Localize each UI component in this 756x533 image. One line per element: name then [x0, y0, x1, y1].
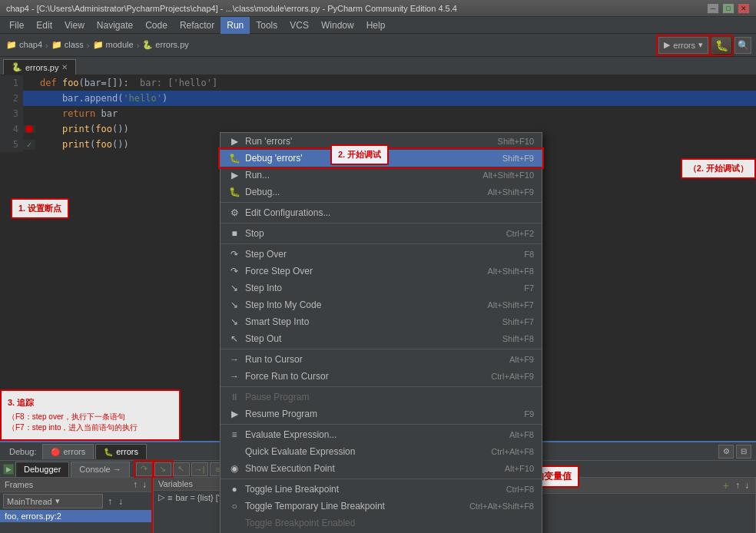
line-num-1: 1	[0, 75, 23, 91]
watches-add-btn[interactable]: +	[720, 479, 732, 492]
titlebar: chap4 - [C:\Users\Administrator\PycharmP…	[0, 0, 756, 17]
thread-selector[interactable]: MainThread ▾	[3, 494, 103, 508]
menu-navigate[interactable]: Navigate	[91, 17, 139, 34]
menu-run[interactable]: Run	[220, 17, 250, 34]
step-into-btn[interactable]: ↘	[154, 462, 171, 476]
watches-up-btn[interactable]: ↑	[734, 480, 741, 491]
toggle-bp-icon: ●	[228, 483, 240, 495]
debugger-tab[interactable]: Debugger	[15, 462, 69, 477]
menu-vcs[interactable]: VCS	[284, 17, 315, 34]
dropdown-arrow-icon: ▾	[698, 40, 703, 50]
run-menu-run-to-cursor[interactable]: → Run to Cursor Alt+F9	[220, 351, 542, 368]
resume-debug-btn[interactable]: ▶	[3, 464, 14, 475]
watches-down-btn[interactable]: ↓	[743, 480, 751, 491]
menu-sep-5	[220, 386, 542, 387]
line-num-2: 2	[0, 91, 23, 106]
step-out-btn[interactable]: ↖	[173, 462, 190, 476]
run-menu-stop[interactable]: ■ Stop Ctrl+F2	[220, 225, 542, 242]
run-menu-smart-step-into[interactable]: ↘ Smart Step Into Shift+F7	[220, 313, 542, 330]
breakpoint-indicator-4[interactable]	[25, 125, 33, 133]
frame-row-foo[interactable]: foo, errors.py:2	[0, 510, 153, 522]
run-cursor-btn[interactable]: →|	[191, 462, 208, 476]
run-menu-force-run-cursor[interactable]: → Force Run to Cursor Ctrl+Alt+F9	[220, 368, 542, 385]
file-tab-close[interactable]: ✕	[61, 63, 68, 71]
line-num-3: 3	[0, 106, 23, 121]
debug-tab-errors1[interactable]: 🔴 errors	[42, 444, 94, 459]
breadcrumb-chap4[interactable]: 📁 chap4	[5, 40, 44, 50]
run-menu-evaluate[interactable]: ≡ Evaluate Expression... Alt+F8	[220, 426, 542, 443]
debug-tab-errors2[interactable]: 🐛 errors	[95, 444, 147, 459]
code-line-3: 3 return bar	[0, 106, 756, 121]
frames-down-btn[interactable]: ↓	[141, 479, 148, 490]
layout-debug-button[interactable]: ⊟	[736, 445, 751, 459]
breadcrumb-class[interactable]: 📁 class	[50, 40, 85, 50]
menu-view[interactable]: View	[58, 17, 91, 34]
run-menu-pause: ⏸ Pause Program	[220, 389, 542, 406]
menu-file[interactable]: File	[3, 17, 30, 34]
step-over-btn[interactable]: ↷	[136, 462, 153, 476]
main-area: 1 def foo(bar=[]): bar: ['hello'] 2 bar.…	[0, 75, 756, 441]
minimize-button[interactable]: ─	[707, 3, 719, 14]
run-menu-step-out[interactable]: ↖ Step Out Shift+F8	[220, 330, 542, 347]
debug-errors-icon: 🐛	[228, 152, 240, 164]
file-tab-name: errors.py	[25, 63, 58, 72]
run-icon: ▶	[228, 169, 240, 181]
run-config-dropdown[interactable]: ▶ errors ▾	[658, 37, 708, 54]
menu-refactor[interactable]: Refactor	[174, 17, 220, 34]
run-menu-debug[interactable]: 🐛 Debug... Alt+Shift+F9	[220, 184, 542, 200]
run-menu-toggle-bp[interactable]: ● Toggle Line Breakpoint Ctrl+F8	[220, 481, 542, 498]
config-name: errors	[673, 41, 695, 50]
run-menu: ▶ Run 'errors' Shift+F10 🐛 Debug 'errors…	[220, 132, 542, 533]
quick-eval-icon	[228, 445, 240, 458]
maximize-button[interactable]: □	[722, 3, 734, 14]
run-menu-show-execution[interactable]: ◉ Show Execution Point Alt+F10	[220, 460, 542, 477]
menu-window[interactable]: Window	[315, 17, 360, 34]
settings-debug-button[interactable]: ⚙	[718, 445, 734, 459]
file-tab-errors[interactable]: 🐍 errors.py ✕	[3, 59, 76, 74]
run-menu-step-into[interactable]: ↘ Step Into F7	[220, 280, 542, 296]
run-debug-button[interactable]: 🐛	[711, 37, 731, 54]
menu-tools[interactable]: Tools	[250, 17, 284, 34]
run-menu-edit-configs[interactable]: ⚙ Edit Configurations...	[220, 204, 542, 221]
titlebar-controls: ─ □ ✕	[707, 3, 750, 14]
step-into-code-icon: ↘	[228, 299, 240, 311]
menu-sep-2	[220, 223, 542, 223]
gutter-5: ✓	[23, 140, 35, 150]
run-menu-run[interactable]: ▶ Run... Alt+Shift+F10	[220, 167, 542, 184]
menu-edit[interactable]: Edit	[30, 17, 58, 34]
thread-down-btn[interactable]: ↓	[117, 496, 124, 507]
breadcrumb-file[interactable]: 🐍 errors.py	[141, 40, 190, 50]
run-menu-step-into-my-code[interactable]: ↘ Step Into My Code Alt+Shift+F7	[220, 296, 542, 313]
run-to-cursor-icon: →	[228, 353, 240, 366]
breadcrumb-module[interactable]: 📁 module	[91, 40, 135, 50]
menu-code[interactable]: Code	[139, 17, 174, 34]
run-menu-step-over[interactable]: ↷ Step Over F8	[220, 246, 542, 263]
debug-icon: 🐛	[228, 186, 240, 198]
config-icon: ▶	[664, 40, 670, 50]
code-content-3: return bar	[35, 108, 118, 119]
run-menu-quick-evaluate[interactable]: Quick Evaluate Expression Ctrl+Alt+F8	[220, 443, 542, 460]
menu-sep-1	[220, 202, 542, 203]
run-menu-force-step-over[interactable]: ↷ Force Step Over Alt+Shift+F8	[220, 263, 542, 280]
show-exec-icon: ◉	[228, 462, 240, 475]
edit-config-icon: ⚙	[228, 207, 240, 219]
close-button[interactable]: ✕	[738, 3, 750, 14]
run-menu-toggle-temp-bp[interactable]: ○ Toggle Temporary Line Breakpoint Ctrl+…	[220, 498, 542, 515]
frames-header: Frames ↑ ↓	[0, 478, 153, 492]
menu-sep-3	[220, 243, 542, 244]
console-tab[interactable]: Console →	[71, 462, 129, 477]
step-over-icon: ↷	[228, 248, 240, 260]
trace-annotation: 3. 追踪 （F8：step over，执行下一条语句 （F7：step int…	[0, 389, 181, 441]
run-errors-icon: ▶	[228, 135, 240, 147]
debug-label: Debug:	[5, 447, 41, 456]
run-menu-resume[interactable]: ▶ Resume Program F9	[220, 406, 542, 422]
code-content-4: print(foo())	[35, 124, 129, 134]
frames-up-btn[interactable]: ↑	[131, 479, 139, 490]
evaluate-icon: ≡	[228, 429, 240, 441]
search-button[interactable]: 🔍	[734, 37, 751, 54]
thread-up-btn[interactable]: ↑	[106, 496, 114, 507]
code-content-1: def foo(bar=[]): bar: ['hello']	[35, 78, 217, 88]
code-line-2: 2 bar.append('hello')	[0, 91, 756, 106]
line-num-5: 5	[0, 137, 23, 152]
menu-help[interactable]: Help	[360, 17, 392, 34]
